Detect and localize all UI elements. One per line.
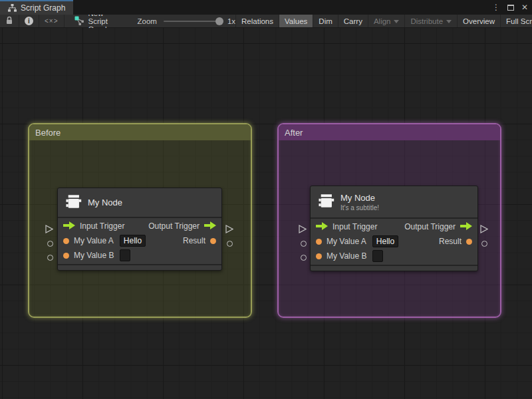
- toolbar-toggles: Relations Values Dim Carry Align Distrib…: [235, 15, 532, 27]
- external-value-b-port[interactable]: [301, 255, 307, 261]
- tab-script-graph[interactable]: Script Graph: [0, 0, 73, 15]
- trigger-in-icon[interactable]: [316, 222, 328, 232]
- window-menu-icon[interactable]: ⋮: [492, 3, 500, 11]
- carry-label: Carry: [344, 17, 362, 25]
- group-after-title: After: [285, 128, 303, 138]
- node-after-header[interactable]: My Node It's a subtitle!: [311, 186, 477, 219]
- dim-button[interactable]: Dim: [313, 15, 337, 27]
- value-b-label: My Value B: [74, 251, 114, 260]
- external-value-a-port[interactable]: [47, 241, 53, 247]
- value-b-row: My Value B: [58, 248, 221, 263]
- external-value-a-port[interactable]: [301, 241, 307, 247]
- group-after-header[interactable]: After: [279, 124, 500, 140]
- value-a-label: My Value A: [327, 237, 366, 246]
- node-title: My Node: [88, 198, 122, 207]
- overview-button[interactable]: Overview: [457, 15, 500, 27]
- external-result-port[interactable]: [227, 241, 233, 247]
- value-a-row: My Value A Hello Result: [58, 233, 221, 248]
- zoom-slider-track[interactable]: [164, 21, 222, 22]
- dim-label: Dim: [319, 17, 332, 25]
- trigger-in-icon[interactable]: [63, 221, 75, 231]
- value-port-icon[interactable]: [316, 239, 322, 245]
- tab-bar: Script Graph ⋮ ✕: [0, 0, 532, 15]
- close-icon[interactable]: ✕: [521, 3, 528, 11]
- trigger-out-icon[interactable]: [204, 221, 216, 231]
- value-b-row: My Value B: [311, 249, 477, 263]
- node-footer: [58, 264, 221, 270]
- graph-canvas[interactable]: Before After My Node: [0, 28, 532, 399]
- zoom-slider[interactable]: [164, 15, 222, 28]
- node-after[interactable]: My Node It's a subtitle! Input Trigger O…: [310, 186, 478, 271]
- distribute-label: Distribute: [410, 17, 443, 25]
- tab-label: Script Graph: [21, 3, 65, 13]
- fullscreen-button[interactable]: Full Screen: [500, 15, 532, 27]
- info-icon: i: [25, 17, 33, 25]
- chevron-down-icon: [446, 20, 452, 23]
- script-graph-icon: [74, 15, 84, 27]
- external-result-port[interactable]: [481, 241, 487, 247]
- value-a-label: My Value A: [74, 236, 114, 245]
- value-b-input[interactable]: [120, 249, 130, 261]
- input-trigger-label: Input Trigger: [80, 221, 124, 231]
- fullscreen-label: Full Screen: [506, 17, 532, 25]
- value-a-row: My Value A Hello Result: [311, 234, 477, 249]
- code-preview-button[interactable]: <×>: [39, 15, 65, 27]
- overview-label: Overview: [463, 17, 495, 25]
- chevron-down-icon: [394, 20, 399, 23]
- graph-hierarchy-icon: [8, 4, 17, 12]
- align-label: Align: [374, 17, 391, 25]
- value-a-input[interactable]: Hello: [372, 235, 398, 247]
- values-label: Values: [285, 17, 307, 25]
- node-before[interactable]: My Node Input Trigger Output Trigger: [57, 188, 222, 271]
- zoom-label: Zoom: [138, 17, 157, 25]
- value-port-icon[interactable]: [63, 238, 69, 244]
- distribute-dropdown[interactable]: Distribute: [404, 15, 457, 27]
- current-graph[interactable]: New Script Graph: [68, 15, 115, 27]
- external-value-b-port[interactable]: [47, 255, 53, 261]
- group-before-header[interactable]: Before: [29, 124, 251, 140]
- external-trigger-in-port[interactable]: [45, 224, 53, 236]
- unit-node-icon: [65, 193, 82, 212]
- info-button[interactable]: i: [19, 15, 39, 27]
- value-b-input[interactable]: [372, 250, 383, 262]
- lock-icon: [5, 16, 13, 26]
- lock-button[interactable]: [0, 15, 19, 27]
- value-port-icon[interactable]: [63, 253, 69, 259]
- window-controls: ⋮ ✕: [492, 0, 528, 15]
- relations-label: Relations: [241, 17, 273, 25]
- values-button[interactable]: Values: [279, 15, 313, 27]
- maximize-icon[interactable]: [507, 5, 514, 11]
- node-subtitle: It's a subtitle!: [340, 204, 379, 211]
- node-footer: [311, 265, 477, 271]
- output-trigger-label: Output Trigger: [404, 222, 456, 231]
- trigger-row: Input Trigger Output Trigger: [58, 219, 221, 233]
- result-label: Result: [439, 237, 462, 246]
- zoom-slider-handle[interactable]: [215, 17, 223, 25]
- value-b-label: My Value B: [327, 251, 366, 261]
- trigger-out-icon[interactable]: [460, 222, 472, 232]
- value-port-icon[interactable]: [316, 253, 322, 259]
- node-after-body: Input Trigger Output Trigger My Value A …: [311, 219, 477, 265]
- result-port-icon[interactable]: [466, 239, 472, 245]
- output-trigger-label: Output Trigger: [148, 221, 200, 231]
- value-a-input[interactable]: Hello: [120, 235, 146, 247]
- node-before-header[interactable]: My Node: [58, 188, 221, 218]
- trigger-row: Input Trigger Output Trigger: [311, 219, 477, 234]
- zoom-value: 1x: [227, 17, 235, 25]
- external-trigger-out-port[interactable]: [225, 224, 233, 236]
- result-label: Result: [183, 236, 205, 245]
- node-title: My Node: [340, 193, 379, 203]
- relations-button[interactable]: Relations: [235, 15, 279, 27]
- carry-button[interactable]: Carry: [338, 15, 368, 27]
- graph-toolbar: i <×> New Script Graph Zoom 1x Relations…: [0, 15, 532, 28]
- code-brackets-icon: <×>: [45, 17, 59, 25]
- result-port-icon[interactable]: [210, 238, 216, 244]
- node-before-body: Input Trigger Output Trigger My Value A …: [58, 218, 221, 264]
- external-trigger-out-port[interactable]: [480, 224, 488, 236]
- input-trigger-label: Input Trigger: [332, 222, 377, 231]
- group-before-title: Before: [35, 128, 61, 138]
- external-trigger-in-port[interactable]: [299, 224, 307, 236]
- zoom-control: Zoom 1x: [138, 15, 236, 27]
- unit-node-icon: [317, 192, 334, 211]
- align-dropdown[interactable]: Align: [368, 15, 405, 27]
